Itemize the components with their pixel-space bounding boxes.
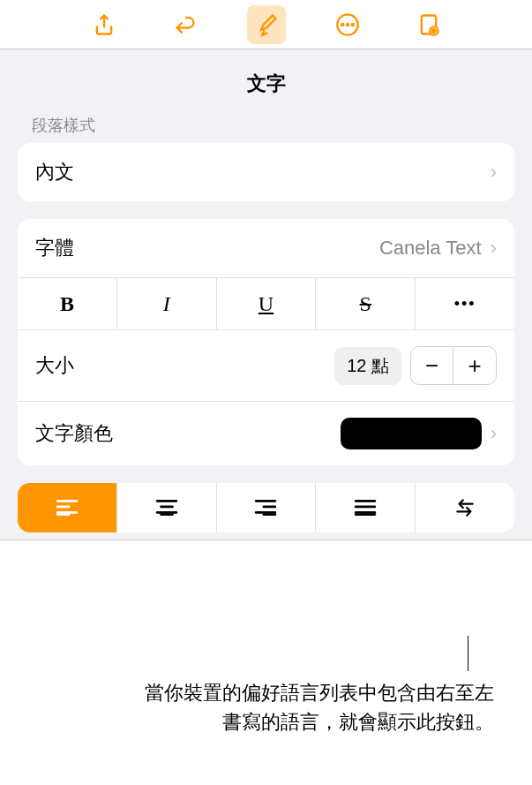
strikethrough-button[interactable]: S xyxy=(316,278,416,329)
size-increase-button[interactable]: + xyxy=(453,347,496,384)
document-settings-icon[interactable] xyxy=(409,5,448,44)
align-justify-button[interactable] xyxy=(316,483,416,532)
paragraph-style-label: 段落樣式 xyxy=(0,115,532,143)
align-left-button[interactable] xyxy=(18,483,117,532)
paragraph-style-value: 內文 xyxy=(35,159,491,185)
bold-button[interactable]: B xyxy=(18,278,117,329)
text-style-row: B I U S ••• xyxy=(18,278,514,330)
text-color-label: 文字顏色 xyxy=(35,420,341,447)
size-row: 大小 12 點 − + xyxy=(18,330,514,402)
alignment-card xyxy=(18,483,514,532)
paragraph-style-row[interactable]: 內文 › xyxy=(18,143,514,201)
chevron-right-icon: › xyxy=(491,422,497,445)
underline-button[interactable]: U xyxy=(217,278,317,329)
size-value[interactable]: 12 點 xyxy=(334,347,401,385)
top-toolbar xyxy=(0,0,532,49)
size-decrease-button[interactable]: − xyxy=(411,347,453,384)
callout-leader-line xyxy=(468,636,468,671)
format-panel: 文字 段落樣式 內文 › 字體 Canela Text › B I U S ••… xyxy=(0,49,532,540)
chevron-right-icon: › xyxy=(491,237,497,260)
panel-title: 文字 xyxy=(0,49,532,115)
italic-button[interactable]: I xyxy=(117,278,217,329)
font-row[interactable]: 字體 Canela Text › xyxy=(18,219,514,278)
format-brush-icon[interactable] xyxy=(247,5,286,44)
align-right-button[interactable] xyxy=(217,483,317,532)
text-format-card: 字體 Canela Text › B I U S ••• 大小 12 點 − +… xyxy=(18,219,514,465)
svg-point-2 xyxy=(346,23,348,25)
text-direction-button[interactable] xyxy=(416,483,514,532)
svg-point-6 xyxy=(432,29,436,33)
font-value: Canela Text xyxy=(379,237,482,260)
share-icon[interactable] xyxy=(85,5,124,44)
paragraph-style-card: 內文 › xyxy=(18,143,514,201)
chevron-right-icon: › xyxy=(491,161,497,184)
text-color-row[interactable]: 文字顏色 › xyxy=(18,402,514,465)
font-label: 字體 xyxy=(35,235,379,261)
color-swatch[interactable] xyxy=(341,418,482,449)
more-styles-button[interactable]: ••• xyxy=(416,278,514,329)
more-icon[interactable] xyxy=(328,5,367,44)
size-stepper: − + xyxy=(410,346,497,385)
size-label: 大小 xyxy=(35,352,334,379)
svg-point-3 xyxy=(351,23,353,25)
callout-text: 當你裝置的偏好語言列表中包含由右至左書寫的語言，就會顯示此按鈕。 xyxy=(141,678,494,736)
svg-point-1 xyxy=(341,23,343,25)
undo-icon[interactable] xyxy=(166,5,205,44)
align-center-button[interactable] xyxy=(117,483,217,532)
